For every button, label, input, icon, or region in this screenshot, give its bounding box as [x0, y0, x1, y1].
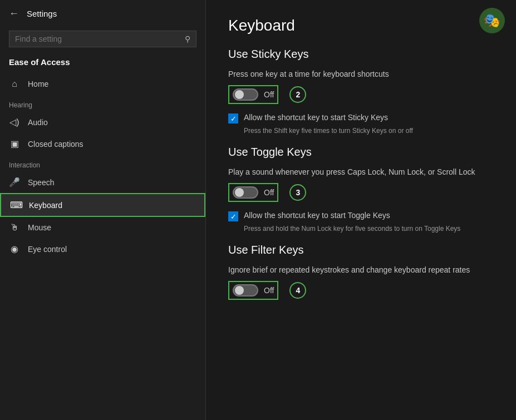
- main-content: 🎭 Keyboard Use Sticky Keys Press one key…: [206, 0, 516, 420]
- sticky-keys-checkbox-label: Allow the shortcut key to start Sticky K…: [244, 113, 388, 122]
- page-title: Keyboard: [228, 17, 494, 34]
- toggle-keys-toggle[interactable]: [233, 186, 258, 199]
- filter-keys-heading: Use Filter Keys: [228, 244, 494, 256]
- filter-keys-badge: 4: [289, 282, 306, 299]
- filter-keys-toggle-label: Off: [264, 286, 274, 295]
- keyboard-icon: ⌨: [10, 200, 21, 210]
- toggle-keys-checkbox-desc: Press and hold the Num Lock key for five…: [244, 225, 494, 233]
- sticky-keys-desc: Press one key at a time for keyboard sho…: [228, 70, 494, 78]
- audio-icon: ◁): [9, 117, 20, 127]
- sticky-keys-checkbox-row: Allow the shortcut key to start Sticky K…: [228, 113, 494, 123]
- keyboard-label: Keyboard: [29, 201, 62, 210]
- home-label: Home: [28, 80, 48, 88]
- eye-control-label: Eye control: [28, 245, 67, 254]
- toggle-keys-checkbox[interactable]: [228, 211, 238, 221]
- sticky-keys-toggle-outline: Off: [228, 85, 278, 104]
- hearing-section-label: Hearing: [0, 95, 205, 111]
- filter-keys-toggle-row: Off 4: [228, 281, 494, 300]
- filter-keys-toggle-outline: Off: [228, 281, 278, 300]
- sidebar-header: ← Settings: [0, 0, 205, 27]
- sticky-keys-toggle-label: Off: [264, 90, 274, 99]
- sticky-keys-toggle[interactable]: [233, 88, 258, 101]
- avatar-image: 🎭: [479, 8, 505, 33]
- ease-of-access-label: Ease of Access: [0, 55, 205, 73]
- audio-label: Audio: [28, 118, 48, 127]
- speech-label: Speech: [28, 178, 54, 187]
- sidebar: ← Settings ⚲ Ease of Access ⌂ Home Heari…: [0, 0, 206, 420]
- back-icon: ←: [9, 8, 19, 19]
- toggle-keys-toggle-label: Off: [264, 188, 274, 197]
- sidebar-item-audio[interactable]: ◁) Audio: [0, 111, 205, 133]
- toggle-keys-badge: 3: [289, 184, 306, 201]
- closed-captions-label: Closed captions: [28, 140, 83, 149]
- back-button[interactable]: ←: [9, 8, 19, 19]
- toggle-keys-toggle-row: Off 3: [228, 183, 494, 202]
- sidebar-item-eye-control[interactable]: ◉ Eye control: [0, 238, 205, 260]
- filter-keys-toggle[interactable]: [233, 284, 258, 297]
- toggle-keys-desc: Play a sound whenever you press Caps Loc…: [228, 167, 494, 176]
- toggle-keys-heading: Use Toggle Keys: [228, 146, 494, 159]
- filter-keys-knob: [235, 286, 244, 295]
- toggle-keys-toggle-outline: Off: [228, 183, 278, 202]
- sidebar-item-keyboard[interactable]: ⌨ Keyboard 1: [0, 193, 205, 217]
- search-icon: ⚲: [185, 34, 190, 43]
- mouse-label: Mouse: [28, 223, 51, 232]
- sidebar-item-mouse[interactable]: 🖱 Mouse: [0, 217, 205, 238]
- filter-keys-desc: Ignore brief or repeated keystrokes and …: [228, 265, 494, 274]
- closed-captions-icon: ▣: [9, 139, 20, 149]
- toggle-keys-checkbox-label: Allow the shortcut key to start Toggle K…: [244, 211, 390, 220]
- sticky-keys-checkbox-desc: Press the Shift key five times to turn S…: [244, 127, 494, 135]
- sidebar-item-speech[interactable]: 🎤 Speech: [0, 171, 205, 193]
- sidebar-item-closed-captions[interactable]: ▣ Closed captions: [0, 133, 205, 155]
- sticky-keys-heading: Use Sticky Keys: [228, 48, 494, 61]
- mouse-icon: 🖱: [9, 223, 20, 233]
- avatar: 🎭: [479, 8, 505, 33]
- sticky-keys-toggle-row: Off 2: [228, 85, 494, 104]
- settings-title: Settings: [27, 9, 57, 18]
- eye-control-icon: ◉: [9, 244, 20, 254]
- interaction-section-label: Interaction: [0, 155, 205, 171]
- toggle-keys-checkbox-row: Allow the shortcut key to start Toggle K…: [228, 211, 494, 221]
- sidebar-item-home[interactable]: ⌂ Home: [0, 73, 205, 95]
- sticky-keys-badge: 2: [289, 86, 306, 103]
- home-icon: ⌂: [9, 79, 20, 89]
- toggle-keys-knob: [235, 188, 244, 197]
- sticky-keys-checkbox[interactable]: [228, 113, 238, 123]
- search-box[interactable]: ⚲: [9, 31, 196, 47]
- sticky-keys-knob: [235, 90, 244, 99]
- search-input[interactable]: [15, 34, 180, 43]
- speech-icon: 🎤: [9, 177, 20, 187]
